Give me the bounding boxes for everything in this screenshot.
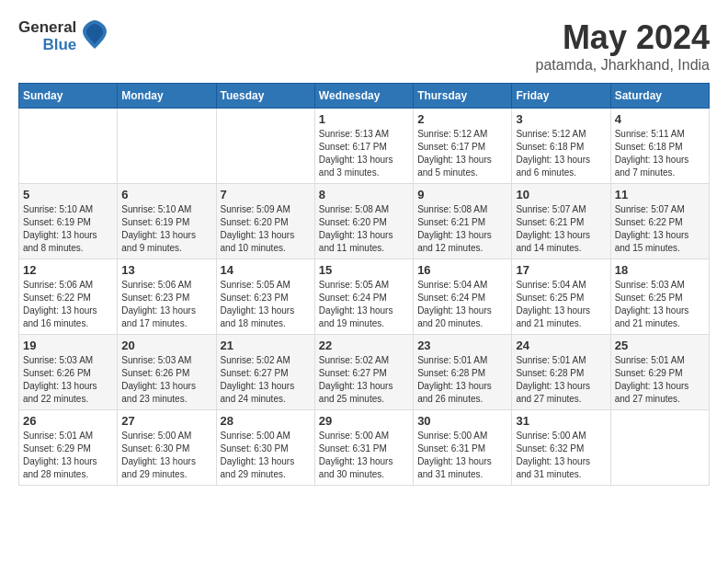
calendar-cell: 30Sunrise: 5:00 AM Sunset: 6:31 PM Dayli… — [414, 410, 512, 486]
calendar-cell: 21Sunrise: 5:02 AM Sunset: 6:27 PM Dayli… — [216, 335, 314, 410]
day-info: Sunrise: 5:06 AM Sunset: 6:23 PM Dayligh… — [121, 279, 211, 330]
calendar-cell: 18Sunrise: 5:03 AM Sunset: 6:25 PM Dayli… — [610, 259, 709, 335]
day-info: Sunrise: 5:01 AM Sunset: 6:29 PM Dayligh… — [23, 430, 113, 481]
day-info: Sunrise: 5:11 AM Sunset: 6:18 PM Dayligh… — [615, 128, 705, 179]
logo-text-blue: Blue — [42, 37, 76, 54]
calendar-cell: 24Sunrise: 5:01 AM Sunset: 6:28 PM Dayli… — [512, 335, 610, 410]
calendar-cell: 4Sunrise: 5:11 AM Sunset: 6:18 PM Daylig… — [610, 109, 709, 184]
day-info: Sunrise: 5:02 AM Sunset: 6:27 PM Dayligh… — [221, 354, 311, 406]
bird-icon — [81, 18, 108, 54]
day-number: 13 — [121, 263, 211, 277]
calendar-cell: 27Sunrise: 5:00 AM Sunset: 6:30 PM Dayli… — [118, 410, 216, 486]
day-number: 6 — [121, 188, 211, 201]
day-info: Sunrise: 5:03 AM Sunset: 6:25 PM Dayligh… — [615, 279, 705, 330]
day-info: Sunrise: 5:00 AM Sunset: 6:32 PM Dayligh… — [516, 430, 606, 481]
calendar-cell: 16Sunrise: 5:04 AM Sunset: 6:24 PM Dayli… — [414, 259, 512, 335]
calendar-cell: 12Sunrise: 5:06 AM Sunset: 6:22 PM Dayli… — [19, 259, 118, 335]
day-number: 16 — [417, 263, 507, 277]
header-tuesday: Tuesday — [216, 84, 314, 109]
day-info: Sunrise: 5:03 AM Sunset: 6:26 PM Dayligh… — [23, 354, 113, 406]
day-number: 28 — [221, 414, 311, 428]
calendar-cell: 15Sunrise: 5:05 AM Sunset: 6:24 PM Dayli… — [314, 259, 413, 335]
day-info: Sunrise: 5:12 AM Sunset: 6:18 PM Dayligh… — [516, 128, 606, 179]
day-info: Sunrise: 5:08 AM Sunset: 6:21 PM Dayligh… — [417, 203, 507, 255]
day-number: 26 — [23, 414, 113, 428]
day-number: 19 — [23, 339, 113, 352]
day-info: Sunrise: 5:05 AM Sunset: 6:23 PM Dayligh… — [221, 279, 311, 330]
logo-text-general: General — [18, 19, 76, 37]
header-friday: Friday — [512, 84, 610, 109]
day-number: 10 — [516, 188, 606, 201]
day-number: 27 — [121, 414, 211, 428]
day-info: Sunrise: 5:01 AM Sunset: 6:28 PM Dayligh… — [516, 354, 606, 406]
day-number: 5 — [23, 188, 113, 201]
day-number: 1 — [319, 112, 409, 126]
calendar-cell: 9Sunrise: 5:08 AM Sunset: 6:21 PM Daylig… — [414, 184, 512, 259]
day-info: Sunrise: 5:02 AM Sunset: 6:27 PM Dayligh… — [319, 354, 409, 406]
calendar-cell: 3Sunrise: 5:12 AM Sunset: 6:18 PM Daylig… — [512, 109, 610, 184]
day-number: 31 — [516, 414, 606, 428]
calendar-week-1: 1Sunrise: 5:13 AM Sunset: 6:17 PM Daylig… — [19, 109, 710, 184]
calendar-cell: 29Sunrise: 5:00 AM Sunset: 6:31 PM Dayli… — [314, 410, 413, 486]
day-number: 2 — [417, 112, 507, 126]
calendar-cell: 14Sunrise: 5:05 AM Sunset: 6:23 PM Dayli… — [216, 259, 314, 335]
calendar-cell: 19Sunrise: 5:03 AM Sunset: 6:26 PM Dayli… — [19, 335, 118, 410]
day-info: Sunrise: 5:07 AM Sunset: 6:21 PM Dayligh… — [516, 203, 606, 255]
day-number: 4 — [615, 112, 705, 126]
calendar-cell: 17Sunrise: 5:04 AM Sunset: 6:25 PM Dayli… — [512, 259, 610, 335]
day-info: Sunrise: 5:07 AM Sunset: 6:22 PM Dayligh… — [615, 203, 705, 255]
calendar-header-row: SundayMondayTuesdayWednesdayThursdayFrid… — [19, 84, 710, 109]
calendar-week-4: 19Sunrise: 5:03 AM Sunset: 6:26 PM Dayli… — [19, 335, 710, 410]
calendar-cell: 6Sunrise: 5:10 AM Sunset: 6:19 PM Daylig… — [118, 184, 216, 259]
header-sunday: Sunday — [19, 84, 118, 109]
calendar-cell: 31Sunrise: 5:00 AM Sunset: 6:32 PM Dayli… — [512, 410, 610, 486]
day-number: 18 — [615, 263, 705, 277]
title-block: May 2024 patamda, Jharkhand, India — [536, 18, 710, 74]
day-info: Sunrise: 5:00 AM Sunset: 6:31 PM Dayligh… — [417, 430, 507, 481]
calendar-cell: 23Sunrise: 5:01 AM Sunset: 6:28 PM Dayli… — [414, 335, 512, 410]
day-number: 20 — [121, 339, 211, 352]
header-saturday: Saturday — [610, 84, 709, 109]
day-number: 25 — [615, 339, 705, 352]
calendar-cell: 5Sunrise: 5:10 AM Sunset: 6:19 PM Daylig… — [19, 184, 118, 259]
page-header: General Blue May 2024 patamda, Jharkhand… — [18, 18, 710, 74]
calendar-cell: 10Sunrise: 5:07 AM Sunset: 6:21 PM Dayli… — [512, 184, 610, 259]
logo: General Blue — [18, 18, 108, 54]
month-year: May 2024 — [536, 18, 710, 57]
calendar-cell: 11Sunrise: 5:07 AM Sunset: 6:22 PM Dayli… — [610, 184, 709, 259]
day-info: Sunrise: 5:03 AM Sunset: 6:26 PM Dayligh… — [121, 354, 211, 406]
day-info: Sunrise: 5:10 AM Sunset: 6:19 PM Dayligh… — [121, 203, 211, 255]
day-info: Sunrise: 5:12 AM Sunset: 6:17 PM Dayligh… — [417, 128, 507, 179]
day-info: Sunrise: 5:08 AM Sunset: 6:20 PM Dayligh… — [319, 203, 409, 255]
day-number: 17 — [516, 263, 606, 277]
day-info: Sunrise: 5:10 AM Sunset: 6:19 PM Dayligh… — [23, 203, 113, 255]
day-info: Sunrise: 5:01 AM Sunset: 6:28 PM Dayligh… — [417, 354, 507, 406]
calendar-cell: 20Sunrise: 5:03 AM Sunset: 6:26 PM Dayli… — [118, 335, 216, 410]
day-number: 7 — [221, 188, 311, 201]
day-info: Sunrise: 5:04 AM Sunset: 6:25 PM Dayligh… — [516, 279, 606, 330]
day-info: Sunrise: 5:06 AM Sunset: 6:22 PM Dayligh… — [23, 279, 113, 330]
day-info: Sunrise: 5:04 AM Sunset: 6:24 PM Dayligh… — [417, 279, 507, 330]
day-number: 14 — [221, 263, 311, 277]
calendar-week-5: 26Sunrise: 5:01 AM Sunset: 6:29 PM Dayli… — [19, 410, 710, 486]
calendar-cell: 13Sunrise: 5:06 AM Sunset: 6:23 PM Dayli… — [118, 259, 216, 335]
day-number: 30 — [417, 414, 507, 428]
day-number: 12 — [23, 263, 113, 277]
day-number: 3 — [516, 112, 606, 126]
calendar-cell: 7Sunrise: 5:09 AM Sunset: 6:20 PM Daylig… — [216, 184, 314, 259]
day-number: 22 — [319, 339, 409, 352]
calendar-cell: 2Sunrise: 5:12 AM Sunset: 6:17 PM Daylig… — [414, 109, 512, 184]
day-info: Sunrise: 5:05 AM Sunset: 6:24 PM Dayligh… — [319, 279, 409, 330]
day-info: Sunrise: 5:09 AM Sunset: 6:20 PM Dayligh… — [221, 203, 311, 255]
calendar-cell: 25Sunrise: 5:01 AM Sunset: 6:29 PM Dayli… — [610, 335, 709, 410]
day-number: 24 — [516, 339, 606, 352]
day-number: 15 — [319, 263, 409, 277]
calendar-table: SundayMondayTuesdayWednesdayThursdayFrid… — [18, 83, 710, 486]
calendar-week-2: 5Sunrise: 5:10 AM Sunset: 6:19 PM Daylig… — [19, 184, 710, 259]
header-thursday: Thursday — [414, 84, 512, 109]
day-number: 9 — [417, 188, 507, 201]
logo-icon: General Blue — [18, 18, 108, 54]
location: patamda, Jharkhand, India — [536, 57, 710, 74]
day-number: 29 — [319, 414, 409, 428]
calendar-cell: 28Sunrise: 5:00 AM Sunset: 6:30 PM Dayli… — [216, 410, 314, 486]
